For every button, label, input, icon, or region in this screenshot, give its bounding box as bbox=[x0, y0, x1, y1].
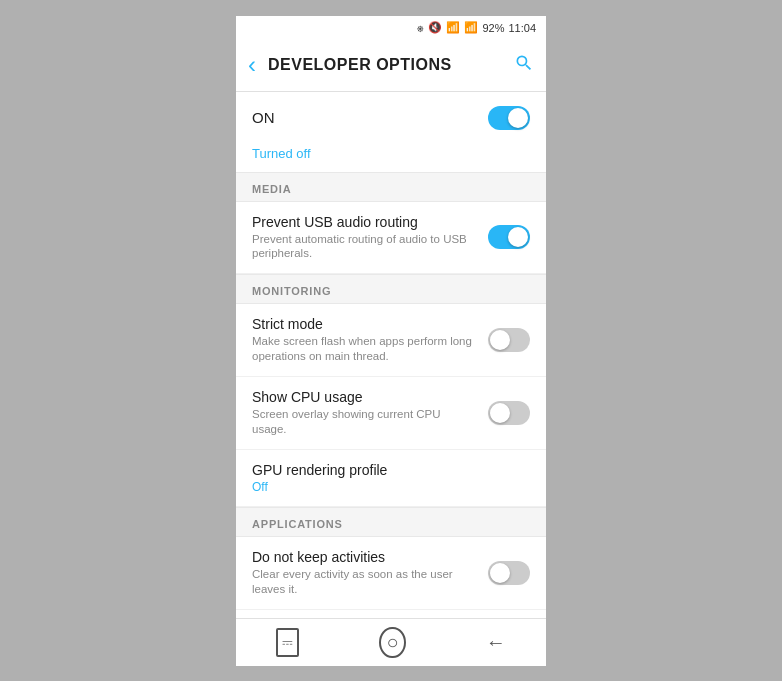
toggle-no-activities[interactable] bbox=[488, 561, 530, 585]
toggle-strict-mode[interactable] bbox=[488, 328, 530, 352]
toggle-prevent-usb[interactable] bbox=[488, 225, 530, 249]
toggle-cpu-usage[interactable] bbox=[488, 401, 530, 425]
setting-row-no-activities[interactable]: Do not keep activities Clear every activ… bbox=[236, 537, 546, 610]
setting-desc-no-activities: Clear every activity as soon as the user… bbox=[252, 567, 478, 597]
setting-desc-cpu-usage: Screen overlay showing current CPU usage… bbox=[252, 407, 478, 437]
wifi-icon: 📶 bbox=[446, 21, 460, 34]
setting-title-prevent-usb: Prevent USB audio routing bbox=[252, 214, 478, 230]
section-header-monitoring: MONITORING bbox=[236, 274, 546, 304]
setting-title-gpu-rendering: GPU rendering profile bbox=[252, 462, 520, 478]
setting-title-cpu-usage: Show CPU usage bbox=[252, 389, 478, 405]
time-text: 11:04 bbox=[508, 22, 536, 34]
app-header: ‹ DEVELOPER OPTIONS bbox=[236, 40, 546, 92]
back-button[interactable]: ‹ bbox=[248, 51, 256, 79]
section-header-applications: APPLICATIONS bbox=[236, 507, 546, 537]
settings-content: ON Turned off MEDIA Prevent USB audio ro… bbox=[236, 92, 546, 618]
setting-desc-prevent-usb: Prevent automatic routing of audio to US… bbox=[252, 232, 478, 262]
mute-icon: 🔇 bbox=[428, 21, 442, 34]
status-bar: ⎈ 🔇 📶 📶 92% 11:04 bbox=[236, 16, 546, 40]
setting-title-no-activities: Do not keep activities bbox=[252, 549, 478, 565]
home-button[interactable]: ○ bbox=[379, 627, 405, 658]
setting-desc-strict-mode: Make screen flash when apps perform long… bbox=[252, 334, 478, 364]
nav-bar: ⎓ ○ ← bbox=[236, 618, 546, 666]
setting-row-prevent-usb[interactable]: Prevent USB audio routing Prevent automa… bbox=[236, 202, 546, 275]
signal-icon: 📶 bbox=[464, 21, 478, 34]
on-row: ON bbox=[236, 92, 546, 144]
search-button[interactable] bbox=[514, 53, 534, 78]
bluetooth-icon: ⎈ bbox=[417, 22, 424, 34]
turned-off-text: Turned off bbox=[252, 146, 311, 161]
setting-row-strict-mode[interactable]: Strict mode Make screen flash when apps … bbox=[236, 304, 546, 377]
setting-value-gpu-rendering: Off bbox=[252, 480, 520, 494]
status-icons: ⎈ 🔇 📶 📶 92% 11:04 bbox=[417, 21, 536, 34]
on-label: ON bbox=[252, 109, 488, 126]
phone-frame: ⎈ 🔇 📶 📶 92% 11:04 ‹ DEVELOPER OPTIONS ON… bbox=[236, 16, 546, 666]
section-header-media: MEDIA bbox=[236, 172, 546, 202]
on-toggle[interactable] bbox=[488, 106, 530, 130]
setting-row-gpu-rendering[interactable]: GPU rendering profile Off bbox=[236, 450, 546, 507]
recent-apps-button[interactable]: ⎓ bbox=[276, 628, 299, 657]
back-nav-button[interactable]: ← bbox=[486, 631, 506, 654]
battery-text: 92% bbox=[482, 22, 504, 34]
page-title: DEVELOPER OPTIONS bbox=[268, 56, 514, 74]
setting-title-strict-mode: Strict mode bbox=[252, 316, 478, 332]
setting-row-limit-bg[interactable]: Limit background processes Standard limi… bbox=[236, 610, 546, 618]
setting-row-cpu-usage[interactable]: Show CPU usage Screen overlay showing cu… bbox=[236, 377, 546, 450]
